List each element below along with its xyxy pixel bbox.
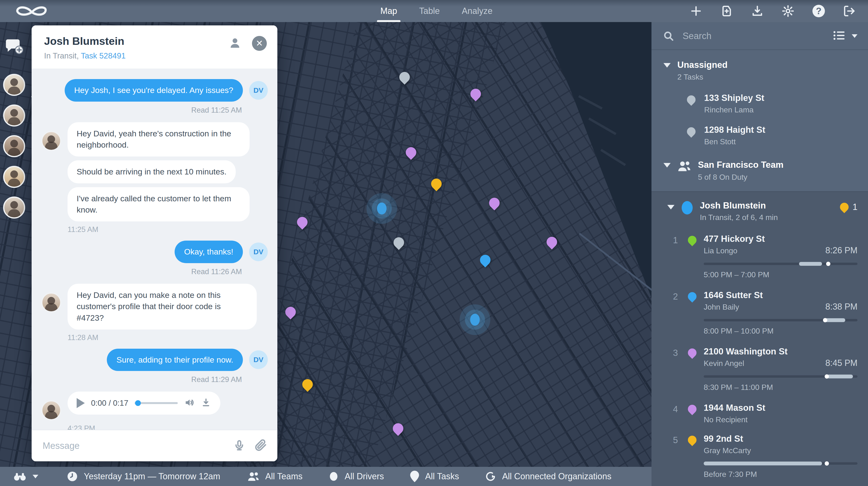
tasks-filter[interactable]: All Tasks bbox=[410, 470, 459, 482]
settings-gear-icon[interactable] bbox=[781, 4, 795, 18]
team-section-header[interactable]: San Francisco Team 5 of 8 On Duty bbox=[651, 149, 868, 185]
task-pin-green bbox=[686, 234, 699, 246]
voice-record-icon[interactable] bbox=[233, 439, 245, 452]
close-chat-icon[interactable]: ✕ bbox=[252, 36, 267, 51]
dispatcher-avatar-badge: DV bbox=[249, 243, 268, 261]
search-input[interactable] bbox=[682, 31, 833, 41]
route-task-row[interactable]: 4 1944 Mason St No Recipient bbox=[651, 395, 868, 426]
teams-filter[interactable]: All Teams bbox=[247, 471, 303, 482]
message-bubble: Sure, adding to their profile now. bbox=[107, 349, 243, 371]
read-receipt: Read 11:29 AM bbox=[41, 375, 242, 384]
task-address: 1944 Mason St bbox=[704, 403, 858, 413]
progress-now-marker bbox=[826, 262, 830, 266]
drivers-dot-icon bbox=[329, 471, 339, 482]
organizations-filter[interactable]: All Connected Organizations bbox=[485, 470, 611, 482]
route-task-row[interactable]: 6 600 Harrison St Brian Rekasis bbox=[651, 482, 868, 486]
message-bubble: Hey David, can you make a note on this c… bbox=[67, 284, 257, 330]
attachment-icon[interactable] bbox=[255, 439, 267, 452]
task-link[interactable]: Task 528491 bbox=[81, 51, 125, 60]
lookup-caret-icon[interactable] bbox=[33, 475, 38, 478]
task-sequence-number: 1 bbox=[670, 235, 681, 281]
driver-avatar[interactable] bbox=[3, 135, 25, 157]
task-pin-gray bbox=[685, 94, 698, 106]
task-recipient: Lia Longo bbox=[704, 246, 738, 255]
help-icon[interactable]: ? bbox=[812, 4, 825, 18]
route-task-row[interactable]: 2 1646 Sutter St John Baily 8:38 PM 8:00… bbox=[651, 282, 868, 338]
task-time-window: 8:00 PM – 10:00 PM bbox=[704, 327, 858, 337]
tab-analyze[interactable]: Analyze bbox=[460, 0, 494, 22]
time-range-label: Yesterday 11pm — Tomorrow 12am bbox=[84, 472, 220, 481]
message-timestamp: 11:28 AM bbox=[67, 333, 268, 342]
message-outgoing: Hey Josh, I see you're delayed. Any issu… bbox=[41, 79, 268, 101]
onfleet-dashboard: { "topbar": { "tabs": [ {"label": "Map"}… bbox=[0, 0, 868, 486]
drivers-filter[interactable]: All Drivers bbox=[329, 471, 384, 482]
driver-location-dot[interactable] bbox=[470, 314, 480, 326]
tasks-pin-icon bbox=[410, 470, 420, 482]
driver-avatar[interactable] bbox=[3, 166, 25, 188]
driver-profile-icon[interactable] bbox=[228, 36, 242, 50]
audio-play-icon[interactable] bbox=[76, 398, 85, 408]
task-recipient: Ben Stott bbox=[704, 137, 765, 146]
task-address: 2100 Washington St bbox=[704, 346, 858, 357]
unassigned-task-row[interactable]: 1298 Haight St Ben Stott bbox=[651, 117, 868, 149]
help-question-mark: ? bbox=[812, 5, 825, 17]
task-pin-purple bbox=[686, 403, 699, 415]
route-task-row[interactable]: 1 477 Hickory St Lia Longo 8:26 PM 5:00 … bbox=[651, 226, 868, 282]
chat-input-bar bbox=[32, 430, 277, 461]
audio-volume-icon[interactable] bbox=[184, 397, 194, 409]
driver-avatar[interactable] bbox=[3, 74, 25, 96]
audio-seek-handle[interactable] bbox=[135, 400, 141, 406]
progress-segment bbox=[704, 461, 822, 465]
task-eta: 8:26 PM bbox=[825, 245, 858, 255]
route-task-row[interactable]: 3 2100 Washington St Kevin Angel 8:45 PM… bbox=[651, 338, 868, 395]
time-range-filter[interactable]: Yesterday 11pm — Tomorrow 12am bbox=[67, 470, 220, 482]
driver-location-dot[interactable] bbox=[377, 203, 386, 214]
collapse-caret-icon[interactable] bbox=[667, 205, 675, 209]
lookup-binoculars-control[interactable] bbox=[13, 472, 38, 481]
message-input[interactable] bbox=[42, 441, 224, 451]
tab-map[interactable]: Map bbox=[378, 0, 399, 22]
task-address: 477 Hickory St bbox=[704, 234, 858, 244]
sort-caret-icon[interactable] bbox=[852, 34, 858, 38]
message-bubble: I've already called the customer to let … bbox=[67, 187, 250, 221]
logout-icon[interactable] bbox=[843, 4, 856, 18]
driver-row-josh[interactable]: Josh Blumstein In Transit, 2 of 6, 4 min… bbox=[651, 192, 868, 226]
message-incoming-group: Hey David, yeah there's construction in … bbox=[41, 122, 268, 221]
chat-messages: Hey Josh, I see you're delayed. Any issu… bbox=[32, 68, 277, 430]
unassigned-section-header[interactable]: Unassigned 2 Tasks bbox=[651, 50, 868, 85]
task-progress-bar bbox=[704, 263, 858, 265]
progress-now-marker bbox=[825, 374, 829, 378]
message-bubble: Okay, thanks! bbox=[175, 241, 243, 263]
onfleet-logo-icon[interactable] bbox=[14, 3, 50, 19]
add-task-icon[interactable] bbox=[689, 4, 703, 18]
drivers-filter-label: All Drivers bbox=[345, 472, 384, 481]
driver-avatar bbox=[41, 131, 61, 151]
binoculars-icon bbox=[13, 472, 26, 481]
driver-avatar-active[interactable] bbox=[3, 104, 25, 126]
task-sequence-number: 5 bbox=[670, 435, 681, 480]
tab-table[interactable]: Table bbox=[417, 0, 442, 22]
message-outgoing: Okay, thanks! DV bbox=[41, 241, 268, 263]
message-bubble: Hey Josh, I see you're delayed. Any issu… bbox=[65, 79, 243, 101]
section-title: Unassigned bbox=[677, 60, 727, 70]
audio-seek-slider[interactable] bbox=[134, 402, 178, 404]
task-progress-bar bbox=[704, 375, 858, 378]
filter-bar: Yesterday 11pm — Tomorrow 12am All Teams… bbox=[0, 467, 651, 486]
collapse-caret-icon[interactable] bbox=[663, 163, 671, 168]
chat-header-icons: ✕ bbox=[228, 36, 267, 51]
unassigned-task-row[interactable]: 133 Shipley St Rinchen Lama bbox=[651, 85, 868, 117]
list-view-icon[interactable] bbox=[833, 29, 845, 43]
task-recipient: Rinchen Lama bbox=[704, 105, 764, 114]
collapse-caret-icon[interactable] bbox=[663, 63, 671, 68]
read-receipt: Read 11:25 AM bbox=[41, 106, 242, 115]
export-download-icon[interactable] bbox=[751, 4, 764, 18]
new-chat-icon[interactable] bbox=[4, 37, 24, 55]
task-eta: 8:38 PM bbox=[825, 302, 858, 312]
task-progress-bar bbox=[704, 319, 858, 322]
progress-segment bbox=[827, 374, 853, 378]
chat-header: Josh Blumstein In Transit, Task 528491 ✕ bbox=[32, 25, 277, 68]
driver-avatar[interactable] bbox=[3, 196, 25, 218]
import-tasks-icon[interactable] bbox=[720, 4, 734, 18]
audio-download-icon[interactable] bbox=[201, 397, 211, 409]
route-task-row[interactable]: 5 99 2nd St Gray McCarty Before 7:30 PM bbox=[651, 426, 868, 482]
